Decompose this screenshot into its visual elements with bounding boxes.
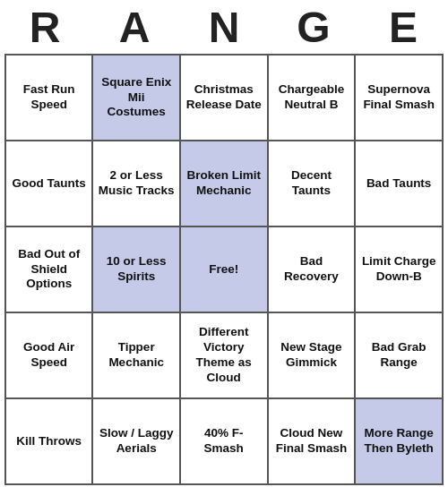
cell-1-4[interactable]: Bad Taunts [355, 141, 443, 226]
cell-4-4[interactable]: More Range Then Byleth [355, 398, 443, 484]
title-letter-a: A [90, 3, 179, 52]
cell-0-3[interactable]: Chargeable Neutral B [268, 55, 356, 141]
cell-0-1[interactable]: Square Enix Mii Costumes [92, 55, 180, 141]
cell-0-2[interactable]: Christmas Release Date [180, 55, 268, 141]
cell-4-1[interactable]: Slow / Laggy Aerials [92, 398, 180, 484]
title-row: R A N G E [0, 0, 448, 54]
cell-2-3[interactable]: Bad Recovery [268, 226, 356, 312]
cell-3-1[interactable]: Tipper Mechanic [92, 312, 180, 398]
title-letter-n: N [179, 3, 269, 52]
cell-1-3[interactable]: Decent Taunts [268, 141, 356, 226]
cell-3-0[interactable]: Good Air Speed [5, 312, 92, 398]
cell-0-4[interactable]: Supernova Final Smash [355, 55, 443, 141]
cell-2-2[interactable]: Free! [180, 226, 268, 312]
cell-4-0[interactable]: Kill Throws [5, 398, 92, 484]
cell-2-1[interactable]: 10 or Less Spirits [92, 226, 180, 312]
cell-3-2[interactable]: Different Victory Theme as Cloud [180, 312, 268, 398]
cell-3-4[interactable]: Bad Grab Range [355, 312, 443, 398]
bingo-grid: Fast Run SpeedSquare Enix Mii CostumesCh… [4, 54, 444, 485]
cell-1-1[interactable]: 2 or Less Music Tracks [92, 141, 180, 226]
title-letter-r: R [0, 3, 90, 52]
cell-3-3[interactable]: New Stage Gimmick [268, 312, 356, 398]
cell-0-0[interactable]: Fast Run Speed [5, 55, 92, 141]
cell-2-4[interactable]: Limit Charge Down-B [355, 226, 443, 312]
title-letter-e: E [358, 3, 448, 52]
cell-1-2[interactable]: Broken Limit Mechanic [180, 141, 268, 226]
title-letter-g: G [269, 3, 358, 52]
cell-4-3[interactable]: Cloud New Final Smash [268, 398, 356, 484]
cell-2-0[interactable]: Bad Out of Shield Options [5, 226, 92, 312]
cell-4-2[interactable]: 40% F-Smash [180, 398, 268, 484]
cell-1-0[interactable]: Good Taunts [5, 141, 92, 226]
